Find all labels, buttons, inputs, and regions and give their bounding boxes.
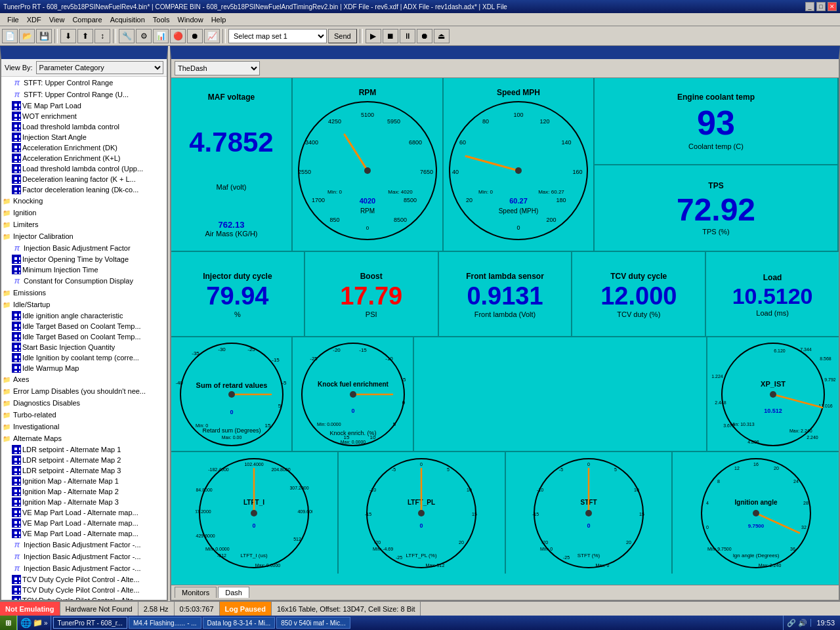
tree-item-42[interactable]: π Injection Basic Adjustment Factor -... <box>1 539 167 551</box>
tree-item-33[interactable]: LDR setpoint - Alternate Map 1 <box>1 444 167 455</box>
eject-button[interactable]: ⏏ <box>434 29 450 43</box>
tree-item-3[interactable]: WOT enrichment <box>1 111 167 121</box>
tree-item-6[interactable]: Acceleration Enrichment (DK) <box>1 142 167 153</box>
open-button[interactable]: 📂 <box>19 29 35 43</box>
close-button[interactable]: ✕ <box>828 2 837 11</box>
tree-item-22[interactable]: Idle Target Based on Coolant Temp... <box>1 321 167 331</box>
taskbar-item-3[interactable]: 850 v 540i maf - Mic... <box>276 617 350 629</box>
menu-help[interactable]: Help <box>207 14 230 25</box>
tree-item-40[interactable]: VE Map Part Load - Alternate map... <box>1 518 167 528</box>
tree-item-24[interactable]: Start Basic Injection Quantity <box>1 342 167 352</box>
tree-item-36[interactable]: Ignition Map - Alternate Map 1 <box>1 476 167 486</box>
folder-icon: 📁 <box>1 299 12 310</box>
tree-item-47[interactable]: TCV Duty Cycle Pilot Control - Alte... <box>1 595 167 600</box>
record-button[interactable]: ⏺ <box>417 29 432 43</box>
tree-item-32[interactable]: 📁 Alternate Maps <box>1 432 167 444</box>
tree-item-28[interactable]: 📁 Error Lamp Disables (you shouldn't nee… <box>1 385 167 397</box>
tree-item-12[interactable]: 📁 Ignition <box>1 207 167 219</box>
tree-item-21[interactable]: Idle ignition angle characteristic <box>1 310 167 321</box>
play-button[interactable]: ▶ <box>366 29 381 43</box>
tps-label: TPS <box>708 180 723 192</box>
dash-panel-close-button[interactable]: ✕ <box>832 48 837 55</box>
menu-acquisition[interactable]: Acquisition <box>106 14 149 25</box>
tree-item-17[interactable]: Minimum Injection Time <box>1 264 167 275</box>
menu-view[interactable]: View <box>45 14 69 25</box>
svg-text:XP_IST: XP_IST <box>761 380 786 388</box>
dash-selector[interactable]: TheDash <box>175 61 260 75</box>
taskbar-item-0[interactable]: TunerPro RT - 608_r... <box>53 617 127 629</box>
tree-item-1[interactable]: π STFT: Upper Control Range (U... <box>1 89 167 100</box>
new-button[interactable]: 📄 <box>2 29 18 43</box>
toolbar-btn-7[interactable]: 🔴 <box>170 29 186 43</box>
start-button[interactable]: ⊞ <box>0 616 17 630</box>
tree-item-7[interactable]: Acceleration Enrichment (K+L) <box>1 153 167 163</box>
tree-item-31[interactable]: 📁 Investigational <box>1 421 167 432</box>
tree-item-29[interactable]: 📁 Diagnostics Disables <box>1 397 167 409</box>
svg-text:-15: -15 <box>359 347 367 353</box>
menu-compare[interactable]: Compare <box>68 14 106 25</box>
tree-item-20[interactable]: 📁 Idle/Startup <box>1 299 167 310</box>
pause-button[interactable]: ⏸ <box>400 29 415 43</box>
tree-item-13[interactable]: 📁 Limiters <box>1 219 167 230</box>
tab-dash[interactable]: Dash <box>218 587 249 598</box>
tree-item-44[interactable]: π Injection Basic Adjustment Factor -... <box>1 562 167 574</box>
maximize-button[interactable]: □ <box>816 2 826 11</box>
toolbar-btn-6[interactable]: 📊 <box>153 29 169 43</box>
tree-item-38[interactable]: Ignition Map - Alternate Map 3 <box>1 497 167 507</box>
minimize-button[interactable]: _ <box>805 2 814 11</box>
tree-item-5[interactable]: Injection Start Angle <box>1 132 167 142</box>
tree-item-37[interactable]: Ignition Map - Alternate Map 2 <box>1 486 167 497</box>
tree-item-26[interactable]: Idle Warmup Map <box>1 363 167 373</box>
tree-item-18[interactable]: π Constant for Consumption Display <box>1 275 167 287</box>
parameter-tree-panel: Parameter Tree ✕ View By: Parameter Cate… <box>0 46 168 601</box>
tree-item-0[interactable]: π STFT: Upper Control Range <box>1 77 167 89</box>
tree-item-9[interactable]: Deceleration leaning factor (K + L... <box>1 174 167 184</box>
tree-item-10[interactable]: Factor deceleration leaning (Dk-co... <box>1 184 167 195</box>
toolbar-btn-8[interactable]: ⏺ <box>187 29 203 43</box>
tree-item-23[interactable]: Idle Target Based on Coolant Temp... <box>1 331 167 342</box>
tree-item-27[interactable]: 📁 Axes <box>1 373 167 385</box>
toolbar-btn-3[interactable]: ↕ <box>94 29 110 43</box>
tree-item-45[interactable]: TCV Duty Cycle Pilot Control - Alte... <box>1 574 167 585</box>
send-button[interactable]: Send <box>328 29 357 43</box>
tree-label-45: TCV Duty Cycle Pilot Control - Alte... <box>22 576 140 583</box>
grid-icon <box>12 112 21 121</box>
toolbar-btn-4[interactable]: 🔧 <box>119 29 135 43</box>
tree-item-30[interactable]: 📁 Turbo-related <box>1 409 167 421</box>
menu-file[interactable]: File <box>3 14 23 25</box>
tab-monitors[interactable]: Monitors <box>175 587 217 598</box>
menu-xdf[interactable]: XDF <box>23 14 45 25</box>
speed-label: Speed MPH <box>497 87 540 98</box>
tree-item-19[interactable]: 📁 Emissions <box>1 287 167 299</box>
toolbar-btn-1[interactable]: ⬇ <box>60 29 76 43</box>
tree-item-16[interactable]: Injector Opening Time by Voltage <box>1 254 167 264</box>
tree-item-15[interactable]: π Injection Basic Adjustment Factor <box>1 242 167 254</box>
toolbar-btn-2[interactable]: ⬆ <box>77 29 93 43</box>
tree-item-35[interactable]: LDR setpoint - Alternate Map 3 <box>1 465 167 476</box>
tree-item-4[interactable]: Load threshold lambda control <box>1 121 167 132</box>
tree-item-41[interactable]: VE Map Part Load - Alternate map... <box>1 528 167 539</box>
taskbar-item-1[interactable]: M4.4 Flashing...... - ... <box>129 617 201 629</box>
tree-item-43[interactable]: π Injection Basic Adjustment Factor -... <box>1 551 167 562</box>
tree-item-14[interactable]: 📁 Injector Calibration <box>1 230 167 242</box>
tree-item-46[interactable]: TCV Duty Cycle Pilot Control - Alte... <box>1 585 167 595</box>
tree-item-39[interactable]: VE Map Part Load - Alternate map... <box>1 507 167 518</box>
menu-window[interactable]: Window <box>174 14 207 25</box>
toolbar-btn-9[interactable]: 📈 <box>204 29 220 43</box>
svg-text:-20: -20 <box>541 540 548 545</box>
tree-item-25[interactable]: Idle Ignition by coolant temp (corre... <box>1 352 167 363</box>
map-set-selector[interactable]: Select map set 1 <box>228 29 327 43</box>
menu-tools[interactable]: Tools <box>149 14 174 25</box>
tree-item-34[interactable]: LDR setpoint - Alternate Map 2 <box>1 455 167 465</box>
toolbar: 📄 📂 💾 ⬇ ⬆ ↕ 🔧 ⚙ 📊 🔴 ⏺ 📈 Select map set 1… <box>0 26 840 46</box>
parameter-tree-close-button[interactable]: ✕ <box>160 48 165 55</box>
tree-item-11[interactable]: 📁 Knocking <box>1 195 167 207</box>
taskbar-item-2[interactable]: Data log 8-3-14 - Mi... <box>203 617 276 629</box>
tree-item-2[interactable]: VE Map Part Load <box>1 100 167 111</box>
stop-button[interactable]: ⏹ <box>383 29 398 43</box>
svg-text:8.568: 8.568 <box>820 356 831 361</box>
tree-item-8[interactable]: Load threshold lambda control (Upp... <box>1 163 167 174</box>
view-by-select[interactable]: Parameter Category <box>36 61 163 74</box>
save-button[interactable]: 💾 <box>36 29 52 43</box>
toolbar-btn-5[interactable]: ⚙ <box>136 29 152 43</box>
